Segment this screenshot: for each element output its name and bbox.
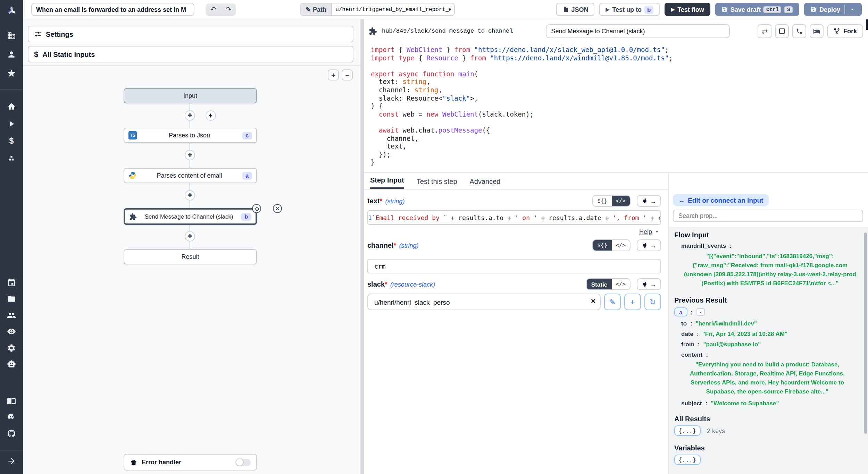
result-value[interactable]: "Welcome to Supabase" [711,400,779,407]
flow-node-parses-content-of-email[interactable]: Parses content of email a [124,168,257,183]
delete-step-button[interactable]: ✕ [273,204,282,213]
undo-button[interactable]: ↶ [206,3,221,16]
code-mode-option[interactable]: </> [611,196,630,206]
edit-or-connect-button[interactable]: ← Edit or connect an input [673,194,769,206]
zoom-out-button[interactable]: − [342,69,353,81]
flow-input-value[interactable]: "[{"event":"inbound","ts":1683819426,"ms… [674,252,860,288]
maximize-button[interactable] [775,24,789,38]
sidebar-item-user[interactable] [0,49,23,59]
json-button[interactable]: JSON [556,3,595,16]
test-up-to-button[interactable]: ▶ Test up to b [600,3,660,16]
add-resource-button[interactable]: + [624,294,641,310]
sync-button[interactable]: ⇄ [758,24,772,38]
fork-button[interactable]: Fork [827,24,863,38]
windmill-logo[interactable] [0,6,23,17]
error-handler-toggle[interactable] [235,458,251,466]
result-value[interactable]: "henri@windmill.dev" [696,320,757,327]
refresh-resource-button[interactable]: ↻ [644,294,661,310]
code-line: slack: Resource<"slack">, [371,94,868,102]
result-key[interactable]: from [681,341,694,348]
code-scrollbar[interactable] [866,19,868,30]
code-mode-option[interactable]: </> [611,279,630,289]
connect-input-button[interactable]: → [637,195,661,207]
flow-node-input[interactable]: Input [124,88,257,103]
zoom-in-button[interactable]: + [328,69,339,81]
code-mode-option[interactable]: </> [611,240,630,251]
sidebar-item-resources[interactable] [0,153,23,163]
trigger-button[interactable] [206,110,216,121]
sidebar-item-docs[interactable] [0,396,23,405]
flow-title-input[interactable] [31,3,194,16]
sidebar-item-favorites[interactable] [0,68,23,78]
sidebar-item-discord[interactable] [0,412,23,422]
template-mode-option[interactable]: ${} [593,240,611,251]
deploy-divider [844,5,845,14]
test-flow-button[interactable]: ▶ Test flow [665,3,710,16]
result-key[interactable]: content [681,351,702,358]
error-handler[interactable]: Error handler [124,454,257,471]
chevron-down-icon[interactable] [849,6,856,12]
inspector-scrollbar[interactable] [864,232,867,434]
tab-test-this-step[interactable]: Test this step [417,178,457,189]
result-key[interactable]: subject [681,400,702,407]
path-chip[interactable]: ✎ Path [300,3,331,16]
settings-button[interactable]: Settings [28,26,353,42]
add-step-button[interactable]: ✚ [185,231,195,242]
add-step-button[interactable]: ✚ [185,110,195,121]
help-link[interactable]: Help [639,228,652,235]
clear-resource-button[interactable]: ✕ [591,298,596,305]
flow-node-parses-to-json[interactable]: TS Parses to Json c [124,128,257,143]
connect-input-button[interactable]: → [637,278,661,290]
variables-object-chip[interactable]: {...} [674,455,700,465]
all-results-object-chip[interactable]: {...} [674,425,700,436]
edit-resource-button[interactable]: ✎ [604,294,621,310]
slack-resource-input[interactable] [367,294,601,310]
puzzle-icon [369,27,377,35]
sidebar-item-audit-logs[interactable] [0,327,23,336]
move-step-button[interactable] [252,204,261,213]
deploy-button[interactable]: Deploy [804,3,862,16]
add-step-button[interactable]: ✚ [185,190,195,201]
text-expression-editor[interactable]: 1 `Email received by ` + results.a.to + … [367,210,661,225]
phone-button[interactable] [793,24,807,38]
result-value[interactable]: "paul@supabase.io" [703,341,761,348]
result-value[interactable]: "Everything you need to build a product:… [674,360,860,396]
connect-input-button[interactable]: → [637,239,661,251]
sidebar-item-workers[interactable] [0,359,23,369]
redo-button[interactable]: ↷ [221,3,236,16]
result-value[interactable]: "Fri, Apr 14, 2023 at 10:28 AM" [702,330,787,337]
flow-input-key[interactable]: mandrill_events [681,242,726,249]
result-key[interactable]: date [681,330,693,337]
code-editor[interactable]: import { WebClient } from "https://deno.… [364,43,868,168]
search-prop-input[interactable] [673,210,863,222]
sidebar-item-schedules[interactable] [0,278,23,287]
flow-node-result[interactable]: Result [124,249,257,264]
sidebar-item-github[interactable] [0,428,23,438]
flow-node-send-message-to-channel[interactable]: Send Message to Channel (slack) b [124,208,257,225]
all-static-inputs-button[interactable]: $ All Static Inputs [28,46,353,62]
sidebar-item-settings[interactable] [0,343,23,353]
sidebar-item-variables[interactable]: $ [0,136,23,146]
sidebar-item-groups[interactable] [0,310,23,320]
panel-resize-handle[interactable] [360,19,364,474]
channel-input[interactable] [367,259,661,273]
collapse-button[interactable]: - [696,308,705,316]
sidebar-item-folders[interactable] [0,294,23,304]
save-draft-button[interactable]: Save draft Ctrl S [715,3,799,16]
code-line: const web = new WebClient(slack.token); [371,110,868,118]
template-mode-option[interactable]: ${} [593,196,611,206]
static-mode-option[interactable]: Static [587,279,611,289]
tab-step-input[interactable]: Step Input [370,176,404,189]
bed-button[interactable] [810,24,824,38]
result-key[interactable]: to [681,320,687,327]
tab-advanced[interactable]: Advanced [470,178,501,189]
path-input[interactable] [331,3,455,16]
code-line: } [371,159,868,167]
result-root-key-badge[interactable]: a [674,307,687,316]
sidebar-item-runs[interactable] [0,119,23,128]
sidebar-item-home[interactable] [0,101,23,111]
add-step-button[interactable]: ✚ [185,150,195,160]
sidebar-item-expand[interactable] [0,456,23,466]
sidebar-item-workspace[interactable] [0,31,23,40]
step-name-input[interactable] [545,24,729,38]
